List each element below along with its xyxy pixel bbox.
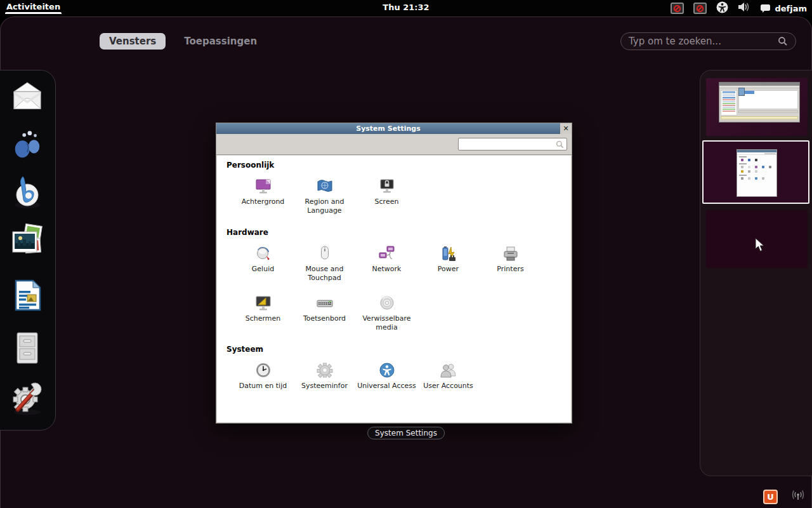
item-label: Universal Access [357, 382, 416, 391]
power-icon [419, 243, 478, 265]
dock-item-libreoffice-writer[interactable] [10, 278, 45, 314]
item-label: Systeeminfor [295, 382, 354, 391]
item-label: Schermen [233, 314, 292, 323]
item-label: Geluid [233, 265, 292, 274]
volume-icon[interactable] [738, 2, 750, 15]
search-input[interactable]: Typ om te zoeken... [620, 32, 796, 50]
dock-item-shotwell-photos[interactable] [10, 223, 45, 258]
record-blocked-icon[interactable] [671, 3, 684, 14]
settings-item-user-accounts[interactable]: User Accounts [419, 360, 478, 391]
dock-item-file-manager[interactable] [10, 330, 45, 366]
mail-icon [11, 81, 44, 113]
gnome-shell-overview: Activiteiten Thu 21:32 defjam Vensters T… [0, 0, 812, 508]
item-label: User Accounts [419, 382, 478, 391]
window-toolbar [216, 134, 572, 155]
item-label: Toetsenbord [295, 314, 354, 323]
item-label: Mouse and Touchpad [295, 265, 354, 283]
settings-item-screen[interactable]: Screen [357, 176, 416, 206]
dock-item-banshee-media-player[interactable] [10, 174, 45, 210]
settings-item-power[interactable]: Power [419, 243, 478, 274]
settings-item-achtergrond[interactable]: Achtergrond [233, 176, 292, 206]
file-cabinet-icon [11, 331, 43, 365]
overview-tabs: Vensters Toepassingen [100, 33, 266, 50]
item-label: Datum en tijd [233, 382, 292, 391]
network-icon [357, 243, 416, 265]
section-header-systeem: Systeem [226, 345, 263, 354]
dock-item-mail-client[interactable] [10, 79, 45, 115]
activities-button[interactable]: Activiteiten [6, 2, 60, 11]
item-label: Printers [481, 265, 540, 274]
window-title: System Settings [356, 124, 421, 133]
broadcast-network-icon[interactable] [790, 489, 806, 504]
printer-icon [481, 243, 540, 265]
photos-icon [10, 223, 44, 258]
settings-item-schermen[interactable]: Schermen [233, 293, 292, 323]
section-header-hardware: Hardware [226, 228, 268, 237]
record-blocked-icon[interactable] [693, 3, 707, 14]
top-bar: Activiteiten Thu 21:32 defjam [0, 0, 812, 17]
ubuntu-one-icon[interactable]: U [763, 490, 778, 504]
sound-icon [233, 243, 292, 265]
keyboard-icon [295, 293, 354, 314]
clock[interactable]: Thu 21:32 [383, 3, 429, 12]
gear-wrench-icon [10, 379, 45, 416]
search-placeholder: Typ om te zoeken... [629, 36, 778, 47]
settings-item-toetsenbord[interactable]: Toetsenbord [295, 293, 354, 323]
item-label: Screen [357, 197, 416, 206]
workspace-thumbnail-2-active[interactable] [702, 140, 809, 204]
section-header-persoonlijk: Persoonlijk [226, 161, 274, 170]
search-icon [778, 36, 788, 46]
system-settings-window: System Settings ✕ Persoonlijk Achtergron… [216, 123, 572, 424]
displays-icon [233, 293, 292, 314]
system-settings-mini-window [737, 149, 777, 197]
dock-item-system-tools[interactable] [10, 380, 45, 415]
workspace-thumbnail-1[interactable] [706, 78, 808, 136]
region-language-icon [295, 176, 354, 197]
date-time-icon [233, 360, 292, 382]
item-label: Region and Language [295, 197, 354, 216]
item-label: Power [419, 265, 478, 274]
user-menu[interactable]: defjam [760, 4, 807, 13]
item-label: Network [357, 265, 416, 274]
empathy-icon [11, 127, 44, 161]
username: defjam [775, 4, 807, 13]
background-icon [233, 176, 292, 197]
screen-lock-icon [357, 176, 416, 197]
window-caption: System Settings [367, 427, 445, 439]
accessibility-icon[interactable] [716, 1, 728, 16]
removable-media-icon [357, 293, 416, 314]
workspace-panel [700, 70, 812, 476]
settings-panel: Persoonlijk Achtergrond Region and Langu… [217, 156, 571, 422]
dock-item-empathy-chat[interactable] [10, 126, 45, 162]
mouse-cursor [755, 237, 766, 255]
close-icon[interactable]: ✕ [560, 123, 572, 134]
settings-item-geluid[interactable]: Geluid [233, 243, 292, 274]
window-titlebar[interactable]: System Settings ✕ [216, 123, 572, 134]
settings-item-region-language[interactable]: Region and Language [295, 176, 354, 216]
settings-item-universal-access[interactable]: Universal Access [357, 360, 416, 391]
chat-bubble-icon [760, 4, 771, 13]
tab-toepassingen[interactable]: Toepassingen [174, 33, 266, 50]
settings-search-input[interactable] [458, 138, 567, 150]
settings-item-printers[interactable]: Printers [481, 243, 540, 274]
media-player-mini-window [719, 82, 800, 123]
no-entry-glyph [673, 4, 681, 13]
item-label: Achtergrond [233, 197, 292, 206]
user-accounts-icon [419, 360, 478, 382]
banshee-icon [10, 174, 44, 210]
mouse-icon [295, 243, 354, 265]
search-icon [556, 140, 564, 149]
no-entry-glyph [696, 4, 704, 13]
dash [0, 70, 56, 431]
settings-item-network[interactable]: Network [357, 243, 416, 274]
message-tray: U [763, 489, 806, 504]
item-label: Verwisselbare media [357, 314, 416, 333]
universal-access-icon [357, 360, 416, 382]
settings-item-verwisselbare-media[interactable]: Verwisselbare media [357, 293, 416, 333]
settings-item-datum-en-tijd[interactable]: Datum en tijd [233, 360, 292, 391]
tab-vensters[interactable]: Vensters [100, 33, 166, 50]
system-info-icon [295, 360, 354, 382]
settings-item-systeeminfo[interactable]: Systeeminfor [295, 360, 354, 391]
writer-icon [10, 278, 44, 314]
settings-item-mouse-touchpad[interactable]: Mouse and Touchpad [295, 243, 354, 283]
